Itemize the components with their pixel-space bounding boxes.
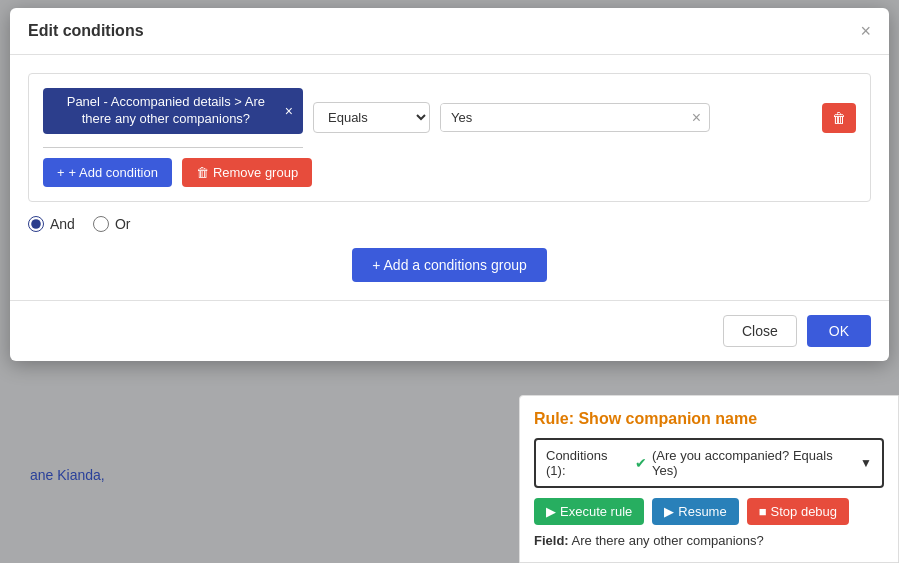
green-check-icon: ✔ (635, 455, 647, 471)
and-label: And (50, 216, 75, 232)
close-button[interactable]: Close (723, 315, 797, 347)
value-input-wrap: × (440, 103, 710, 132)
execute-rule-button[interactable]: ▶ Execute rule (534, 498, 644, 525)
modal-body: Panel - Accompanied details > Are there … (10, 55, 889, 300)
condition-group: Panel - Accompanied details > Are there … (28, 73, 871, 202)
modal-title: Edit conditions (28, 22, 144, 40)
delete-condition-button[interactable]: 🗑 (822, 103, 856, 133)
plus-icon: + (57, 165, 65, 180)
stop-debug-button[interactable]: ■ Stop debug (747, 498, 849, 525)
logic-selector: And Or (28, 216, 871, 232)
ok-button[interactable]: OK (807, 315, 871, 347)
stop-icon: ■ (759, 504, 767, 519)
resume-button[interactable]: ▶ Resume (652, 498, 738, 525)
condition-row: Panel - Accompanied details > Are there … (43, 88, 856, 148)
conditions-box-text: Conditions (1): ✔ (Are you accompanied? … (546, 448, 860, 478)
value-input[interactable] (441, 104, 684, 131)
modal-header: Edit conditions × (10, 8, 889, 55)
conditions-box[interactable]: Conditions (1): ✔ (Are you accompanied? … (534, 438, 884, 488)
field-value: Are there any other companions? (572, 533, 764, 548)
modal-close-button[interactable]: × (860, 22, 871, 40)
remove-group-trash-icon: 🗑 (196, 165, 209, 180)
condition-detail: (Are you accompanied? Equals Yes) (652, 448, 860, 478)
resume-icon: ▶ (664, 504, 674, 519)
edit-conditions-modal: Edit conditions × Panel - Accompanied de… (10, 8, 889, 361)
debug-actions: ▶ Execute rule ▶ Resume ■ Stop debug (534, 498, 884, 525)
or-radio[interactable] (93, 216, 109, 232)
or-label: Or (115, 216, 131, 232)
field-label: Field: (534, 533, 569, 548)
condition-tag-label: Panel - Accompanied details > Are there … (53, 94, 279, 128)
dropdown-arrow-icon[interactable]: ▼ (860, 456, 872, 470)
or-radio-label[interactable]: Or (93, 216, 131, 232)
condition-tag-button[interactable]: Panel - Accompanied details > Are there … (43, 88, 303, 134)
remove-group-button[interactable]: 🗑 Remove group (182, 158, 312, 187)
conditions-label: Conditions (1): (546, 448, 630, 478)
trash-icon: 🗑 (832, 110, 846, 126)
and-radio-label[interactable]: And (28, 216, 75, 232)
modal-footer: Close OK (10, 300, 889, 361)
side-panel: Rule: Show companion name Conditions (1)… (519, 395, 899, 563)
tag-close-icon[interactable]: × (285, 104, 293, 118)
group-actions: + + Add condition 🗑 Remove group (43, 158, 856, 187)
and-radio[interactable] (28, 216, 44, 232)
operator-select[interactable]: Equals Not Equals Contains Is Empty Is N… (313, 102, 430, 133)
add-condition-button[interactable]: + + Add condition (43, 158, 172, 187)
add-group-container: + Add a conditions group (28, 248, 871, 282)
field-info: Field: Are there any other companions? (534, 533, 884, 548)
side-panel-title: Rule: Show companion name (534, 410, 884, 428)
value-clear-button[interactable]: × (684, 106, 709, 130)
tag-placeholder (43, 138, 303, 148)
execute-icon: ▶ (546, 504, 556, 519)
add-conditions-group-button[interactable]: + Add a conditions group (352, 248, 547, 282)
